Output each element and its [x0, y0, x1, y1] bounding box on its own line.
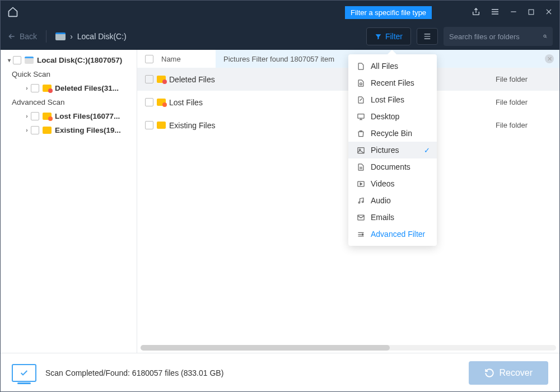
recover-icon	[484, 368, 494, 378]
checkbox[interactable]	[145, 75, 153, 83]
view-toggle-button[interactable]	[417, 28, 438, 45]
filter-option-desktop[interactable]: Desktop	[348, 108, 437, 125]
folder-icon	[43, 127, 52, 134]
folder-icon	[43, 85, 52, 92]
filter-option-label: Desktop	[371, 112, 399, 121]
clock-icon	[356, 79, 365, 87]
filter-option-all-files[interactable]: All Files	[348, 58, 437, 74]
select-all-checkbox[interactable]	[145, 55, 153, 63]
picture-icon	[356, 146, 365, 155]
filter-option-emails[interactable]: Emails	[348, 209, 437, 226]
filter-option-documents[interactable]: Documents	[348, 158, 437, 175]
share-icon[interactable]	[472, 7, 480, 16]
main-pane: ▾ Local Disk(C:)(1807057) Quick Scan › D…	[1, 50, 559, 353]
footer: Scan Completed/Found: 6180057 files (833…	[1, 353, 559, 392]
breadcrumb-location: Local Disk(C:)	[77, 32, 127, 41]
filter-label: Filter	[385, 32, 403, 41]
home-icon[interactable]	[7, 6, 18, 17]
disk-icon	[25, 57, 34, 64]
filter-option-lost-files[interactable]: Lost Files	[348, 91, 437, 108]
filter-option-label: Audio	[371, 196, 391, 205]
checkbox[interactable]	[145, 121, 153, 129]
chevron-right-icon[interactable]: ›	[23, 85, 31, 91]
svg-rect-3	[357, 114, 363, 118]
search-input[interactable]	[449, 32, 543, 41]
tree-root[interactable]: ▾ Local Disk(C:)(1807057)	[1, 53, 137, 67]
tree-item-existing[interactable]: › Existing Files(19...	[1, 123, 137, 137]
row-type-label: File folder	[496, 75, 552, 83]
tree-section-advanced[interactable]: Advanced Scan	[1, 95, 137, 109]
back-button[interactable]: Back	[7, 32, 37, 41]
tree-root-label: Local Disk(C:)(1807057)	[37, 56, 122, 64]
filter-option-audio[interactable]: Audio	[348, 192, 437, 209]
svg-point-2	[360, 82, 362, 85]
row-type-label: File folder	[496, 121, 552, 129]
svg-rect-0	[529, 10, 534, 15]
filter-option-label: Lost Files	[371, 95, 404, 104]
row-name-label: Lost Files	[169, 98, 203, 107]
row-type-label: File folder	[496, 98, 552, 106]
recover-label: Recover	[499, 368, 533, 378]
filter-option-label: Recent Files	[371, 78, 414, 87]
filter-dropdown: All FilesRecent FilesLost FilesDesktopRe…	[348, 54, 437, 246]
recycle-icon	[356, 129, 365, 138]
list-header: Name	[137, 50, 189, 68]
video-icon	[356, 180, 365, 188]
tree-label: Deleted Files(31...	[55, 84, 119, 92]
advanced-filter-link[interactable]: Advanced Filter	[348, 226, 437, 242]
recover-button[interactable]: Recover	[469, 361, 548, 385]
checkbox[interactable]	[31, 126, 39, 134]
filter-option-label: All Files	[371, 62, 398, 71]
filter-option-recycle-bin[interactable]: Recycle Bin	[348, 125, 437, 142]
filter-option-pictures[interactable]: Pictures✓	[348, 142, 437, 158]
close-icon[interactable]: ✕	[545, 54, 554, 63]
close-icon[interactable]	[545, 8, 553, 16]
checkbox[interactable]	[31, 84, 39, 92]
horizontal-scrollbar[interactable]	[141, 345, 556, 351]
navbar: Back › Local Disk(C:) Filter	[1, 23, 559, 50]
filter-option-label: Videos	[371, 179, 395, 188]
scan-complete-icon	[12, 364, 36, 382]
checkbox[interactable]	[145, 98, 153, 106]
doc-icon	[356, 163, 365, 171]
sidebar: ▾ Local Disk(C:)(1807057) Quick Scan › D…	[1, 50, 137, 353]
svg-point-8	[362, 201, 363, 203]
tree-section-quick[interactable]: Quick Scan	[1, 67, 137, 81]
email-icon	[356, 213, 365, 222]
sliders-icon	[356, 230, 365, 239]
breadcrumb[interactable]: › Local Disk(C:)	[55, 32, 127, 41]
filter-button[interactable]: Filter	[366, 27, 411, 45]
titlebar: Filter a specific file type	[1, 1, 559, 23]
disk-icon	[55, 32, 66, 40]
chevron-right-icon[interactable]: ›	[23, 127, 31, 133]
filter-option-videos[interactable]: Videos	[348, 175, 437, 192]
back-label: Back	[20, 32, 37, 41]
filter-option-label: Pictures	[371, 146, 399, 155]
tree-item-deleted[interactable]: › Deleted Files(31...	[1, 81, 137, 95]
row-name-label: Deleted Files	[169, 75, 215, 84]
column-name[interactable]: Name	[161, 55, 181, 63]
folder-icon	[157, 99, 166, 106]
scrollbar-thumb[interactable]	[141, 345, 390, 351]
file-icon	[356, 62, 365, 71]
folder-icon	[157, 76, 166, 83]
checkbox[interactable]	[31, 112, 39, 120]
search-icon[interactable]	[543, 31, 547, 41]
chevron-down-icon[interactable]: ▾	[5, 57, 13, 63]
folder-icon	[43, 113, 52, 120]
svg-point-7	[358, 202, 360, 203]
tree-label: Existing Files(19...	[55, 126, 121, 134]
minimize-icon[interactable]	[510, 8, 517, 16]
search-box[interactable]	[444, 27, 553, 46]
chevron-right-icon[interactable]: ›	[23, 113, 31, 119]
checkbox[interactable]	[13, 56, 21, 64]
menu-icon[interactable]	[491, 7, 500, 16]
maximize-icon[interactable]	[528, 8, 535, 16]
row-name-label: Existing Files	[169, 121, 215, 130]
tree-item-lost[interactable]: › Lost Files(16077...	[1, 109, 137, 123]
filter-option-label: Emails	[371, 213, 394, 222]
advanced-filter-label: Advanced Filter	[371, 230, 425, 239]
filter-option-recent-files[interactable]: Recent Files	[348, 74, 437, 91]
tree-label: Lost Files(16077...	[55, 112, 120, 120]
nav-separator	[46, 30, 46, 43]
